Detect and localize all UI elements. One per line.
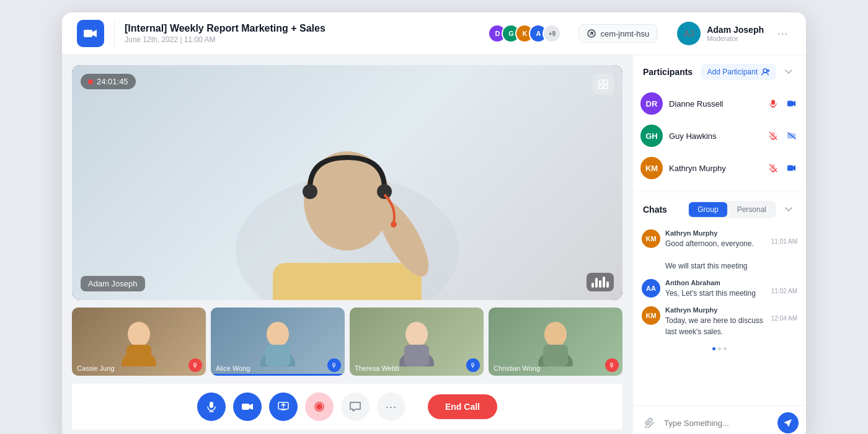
thumbnail-alice-wong[interactable]: Alice Wong 🎙 <box>211 308 345 376</box>
header-divider <box>114 21 115 46</box>
thumb-mic-christian: 🎙 <box>605 358 619 372</box>
mic-icon-dianne[interactable] <box>766 97 780 110</box>
audio-bar-5 <box>606 281 609 288</box>
mic-button[interactable] <box>197 392 226 421</box>
svg-point-31 <box>763 69 767 73</box>
record-button[interactable] <box>305 392 334 421</box>
end-call-button[interactable]: End Call <box>428 394 497 419</box>
meeting-id-text: cem-jnmt-hsu <box>600 29 649 38</box>
dot-3 <box>724 347 727 350</box>
user-name: Adam Joseph <box>707 25 764 35</box>
message-2: AA Anthon Abraham Yes, Let's start this … <box>642 279 797 299</box>
tab-personal[interactable]: Personal <box>728 202 775 217</box>
thumb-mic-cassie: 🎙 <box>188 358 202 372</box>
thumbnail-theresa-webb[interactable]: Theresa Webb 🎙 <box>350 308 484 376</box>
thumb-mic-theresa: 🎙 <box>466 358 480 372</box>
send-message-button[interactable] <box>777 412 799 433</box>
main-video: 24:01:45 Adam Joseph <box>72 65 622 300</box>
msg-sender-3: Kathryn Murphy <box>665 306 764 314</box>
thumb-mic-alice: 🎙 <box>327 358 341 372</box>
svg-rect-19 <box>265 345 290 366</box>
mic-icon-kathryn[interactable] <box>766 161 780 175</box>
thumb-name-alice: Alice Wong <box>216 365 250 372</box>
svg-rect-26 <box>210 402 213 408</box>
mic-icon-guy[interactable] <box>766 129 780 143</box>
video-area: 24:01:45 Adam Joseph <box>62 55 632 434</box>
msg-avatar-2: AA <box>642 279 660 298</box>
collapse-participants-button[interactable] <box>781 64 796 79</box>
recording-timer: 24:01:45 <box>81 74 136 89</box>
thumb-name-cassie: Cassie Jung <box>77 365 115 372</box>
video-icon-dianne[interactable] <box>785 97 799 110</box>
svg-point-9 <box>391 221 397 228</box>
collapse-chat-button[interactable] <box>781 202 796 217</box>
msg-sender-1: Kathryn Murphy <box>665 229 764 237</box>
expand-button[interactable] <box>593 74 614 95</box>
app-logo <box>77 20 104 47</box>
meeting-id-button[interactable]: cem-jnmt-hsu <box>578 24 657 43</box>
participant-avatar-kathryn: KM <box>640 157 663 179</box>
call-controls: ··· End Call <box>72 383 622 430</box>
dot-2 <box>718 347 721 350</box>
header-more-button[interactable]: ⋯ <box>774 25 791 42</box>
add-participant-button[interactable]: Add Participant <box>701 64 776 80</box>
svg-rect-0 <box>84 30 92 37</box>
audio-bar-2 <box>595 278 598 288</box>
audio-bar-4 <box>603 277 605 288</box>
svg-rect-5 <box>273 263 422 300</box>
recording-dot <box>88 79 93 84</box>
pagination-dots <box>642 345 797 353</box>
svg-rect-32 <box>771 100 775 105</box>
msg-time-1: 11:01 AM <box>771 229 797 245</box>
chat-input-field[interactable] <box>664 418 773 428</box>
svg-rect-10 <box>599 80 603 84</box>
participant-avatar-dianne: DR <box>640 92 663 115</box>
svg-point-29 <box>316 404 322 410</box>
msg-content-2: Anthon Abraham Yes, Let's start this mee… <box>665 279 764 299</box>
main-video-background <box>72 65 622 300</box>
header-info: [Internal] Weekly Report Marketing + Sal… <box>125 23 478 44</box>
screen-share-button[interactable] <box>269 392 298 421</box>
more-button[interactable]: ··· <box>377 392 405 421</box>
user-role: Moderator <box>707 35 764 42</box>
participant-icons-guy <box>766 129 799 143</box>
header: [Internal] Weekly Report Marketing + Sal… <box>62 12 806 55</box>
participant-avatar-guy: GH <box>640 125 663 147</box>
participant-guy: GH Guy Hawkins <box>640 120 799 152</box>
svg-rect-27 <box>242 404 249 410</box>
meeting-date: June 12th, 2022 | 11:00 AM <box>125 35 478 44</box>
svg-point-14 <box>128 322 150 347</box>
message-3: KM Kathryn Murphy Today, we are here to … <box>642 306 797 337</box>
participant-name-guy: Guy Hawkins <box>669 131 760 141</box>
main-layout: 24:01:45 Adam Joseph <box>62 55 806 434</box>
msg-time-3: 12:04 AM <box>771 306 797 322</box>
msg-avatar-3: KM <box>642 306 660 325</box>
svg-point-17 <box>267 322 289 347</box>
svg-point-8 <box>377 184 392 199</box>
tab-group[interactable]: Group <box>689 202 727 217</box>
dot-1 <box>712 347 715 350</box>
chat-button[interactable] <box>341 392 370 421</box>
msg-text-3: Today, we are here to discuss last week'… <box>665 315 764 337</box>
participant-icons-kathryn <box>766 161 799 175</box>
attach-button[interactable] <box>640 414 659 432</box>
msg-text-1: Good afternoon, everyone.We will start t… <box>665 238 764 272</box>
msg-avatar-1: KM <box>642 229 660 248</box>
active-speaker-indicator <box>211 374 345 376</box>
video-icon-kathryn[interactable] <box>785 161 799 175</box>
meeting-title: [Internal] Weekly Report Marketing + Sal… <box>125 23 478 34</box>
avatar-stack: D G K A +9 <box>488 24 561 43</box>
video-icon-guy[interactable] <box>785 129 799 143</box>
chats-title: Chats <box>643 205 667 215</box>
svg-rect-11 <box>604 80 608 84</box>
thumbnail-cassie-jung[interactable]: Cassie Jung 🎙 <box>72 308 206 376</box>
msg-text-2: Yes, Let's start this meeting <box>665 288 764 299</box>
user-avatar: AJ <box>677 22 701 45</box>
audio-bar-3 <box>599 280 601 288</box>
camera-button[interactable] <box>233 392 262 421</box>
message-1: KM Kathryn Murphy Good afternoon, everyo… <box>642 229 797 272</box>
thumbnail-christian-wong[interactable]: Christian Wong 🎙 <box>489 308 622 376</box>
svg-rect-33 <box>787 101 793 107</box>
participant-kathryn: KM Kathryn Murphy <box>640 152 799 184</box>
svg-rect-38 <box>787 166 793 171</box>
